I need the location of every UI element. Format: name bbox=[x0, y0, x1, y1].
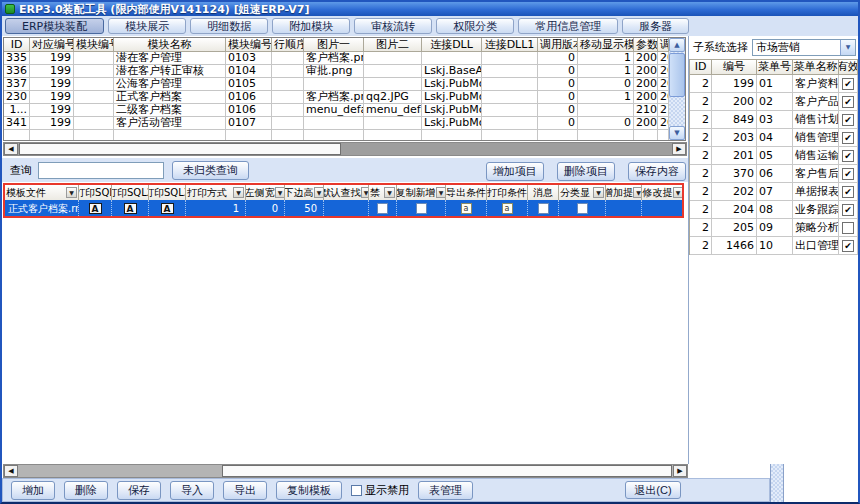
subsystem-dropdown[interactable]: 市场营销 ▼ bbox=[752, 39, 856, 56]
table-row[interactable] bbox=[4, 130, 685, 141]
tab-4[interactable]: 审核流转 bbox=[354, 18, 432, 34]
checkbox[interactable]: ✔ bbox=[842, 204, 854, 216]
condition-icon[interactable]: a bbox=[502, 203, 513, 214]
table-cell: 337 bbox=[4, 78, 30, 91]
table-row[interactable]: 220207单据报表✔ bbox=[690, 183, 858, 201]
column-header: 复制新增▼ bbox=[397, 185, 446, 200]
tab-7[interactable]: 服务器 bbox=[622, 18, 689, 34]
tab-6[interactable]: 常用信息管理 bbox=[518, 18, 618, 34]
table-row[interactable]: 230199正式客户档案0106客户档案.pngqq2.JPGLskj.PubM… bbox=[4, 91, 685, 104]
tab-2[interactable]: 明细数据 bbox=[190, 18, 268, 34]
checkbox[interactable]: ✔ bbox=[842, 150, 854, 162]
export-button[interactable]: 导出 bbox=[223, 481, 267, 500]
table-cell bbox=[397, 200, 446, 216]
table-cell bbox=[482, 78, 538, 91]
unclassified-query-button[interactable]: 未归类查询 bbox=[172, 161, 249, 180]
right-vscrollbar-track[interactable] bbox=[770, 464, 784, 502]
table-row[interactable]: 220304销售管理✔ bbox=[690, 129, 858, 147]
table-cell: A bbox=[112, 200, 149, 216]
table-cell bbox=[74, 52, 114, 65]
delete-item-button[interactable]: 删除项目 bbox=[557, 162, 615, 181]
tab-1[interactable]: 模块展示 bbox=[108, 18, 186, 34]
show-disabled-checkbox[interactable] bbox=[351, 485, 362, 496]
dropdown-arrow-icon[interactable]: ▼ bbox=[384, 187, 395, 198]
checkbox[interactable]: ✔ bbox=[842, 240, 854, 252]
table-cell: 2 bbox=[690, 237, 712, 255]
tab-5[interactable]: 权限分类 bbox=[436, 18, 514, 34]
hscroll-thumb[interactable] bbox=[222, 465, 672, 477]
checkbox[interactable]: ✔ bbox=[842, 114, 854, 126]
bottom-hscrollbar[interactable]: ◀ ▶ bbox=[3, 464, 688, 478]
table-row-selected[interactable]: 正式客户档案.rmfAAA1050aa bbox=[5, 200, 682, 216]
module-table-vscrollbar[interactable]: ▲▼ bbox=[669, 38, 685, 140]
dropdown-arrow-icon[interactable]: ▼ bbox=[361, 187, 370, 198]
table-row[interactable]: 341199客户活动管理0107Lskj.PubModu...00200...2… bbox=[4, 117, 685, 130]
add-item-button[interactable]: 增加项目 bbox=[486, 162, 544, 181]
checkbox[interactable]: ✔ bbox=[842, 186, 854, 198]
table-cell: 05 bbox=[757, 147, 793, 165]
tab-0[interactable]: ERP模块装配 bbox=[5, 18, 104, 34]
dropdown-arrow-icon[interactable]: ▼ bbox=[633, 187, 642, 198]
save-button[interactable]: 保存 bbox=[117, 481, 161, 500]
scroll-left-icon[interactable]: ◀ bbox=[4, 465, 18, 477]
table-manage-button[interactable]: 表管理 bbox=[418, 481, 473, 500]
table-row[interactable]: 284903销售计划✔ bbox=[690, 111, 858, 129]
scroll-right-icon[interactable]: ▶ bbox=[672, 143, 686, 155]
table-cell: 潜在客户转正审核 bbox=[114, 65, 226, 78]
condition-icon[interactable]: a bbox=[461, 203, 472, 214]
table-row[interactable]: 220509策略分析 bbox=[690, 219, 858, 237]
print-sql-icon[interactable]: A bbox=[124, 203, 137, 214]
scroll-up-icon[interactable]: ▲ bbox=[669, 38, 685, 52]
add-button[interactable]: 增加 bbox=[11, 481, 55, 500]
show-disabled-label: 显示禁用 bbox=[365, 483, 409, 498]
dropdown-arrow-icon[interactable]: ▼ bbox=[436, 187, 447, 198]
checkbox[interactable]: ✔ bbox=[842, 132, 854, 144]
dropdown-arrow-icon[interactable]: ▼ bbox=[593, 187, 604, 198]
print-sql-icon[interactable]: A bbox=[161, 203, 174, 214]
module-table-hscrollbar[interactable]: ◀ ▶ bbox=[3, 142, 687, 156]
scroll-left-icon[interactable]: ◀ bbox=[4, 143, 18, 155]
app-logo-icon bbox=[5, 4, 15, 14]
dropdown-arrow-icon[interactable]: ▼ bbox=[233, 187, 244, 198]
table-cell bbox=[578, 130, 634, 141]
exit-button[interactable]: 退出(C) bbox=[625, 481, 681, 499]
checkbox[interactable] bbox=[577, 203, 588, 214]
table-row[interactable]: 335199潜在客户管理0103客户档案.png01200...20 bbox=[4, 52, 685, 65]
hscroll-thumb[interactable] bbox=[19, 143, 341, 155]
table-row[interactable]: 220105销售运输✔ bbox=[690, 147, 858, 165]
dropdown-arrow-icon[interactable]: ▼ bbox=[673, 187, 684, 198]
scroll-down-icon[interactable]: ▼ bbox=[669, 126, 685, 140]
import-button[interactable]: 导入 bbox=[170, 481, 214, 500]
table-row[interactable]: 220408业务跟踪✔ bbox=[690, 201, 858, 219]
dropdown-arrow-icon[interactable]: ▼ bbox=[314, 187, 325, 198]
copy-template-button[interactable]: 复制模板 bbox=[276, 481, 342, 500]
table-row[interactable]: 237006客户售后✔ bbox=[690, 165, 858, 183]
tab-3[interactable]: 附加模块 bbox=[272, 18, 350, 34]
dropdown-arrow-icon[interactable]: ▼ bbox=[275, 187, 286, 198]
table-cell bbox=[30, 130, 74, 141]
table-cell bbox=[364, 130, 422, 141]
delete-button[interactable]: 删除 bbox=[64, 481, 108, 500]
table-row[interactable]: 219901客户资料✔ bbox=[690, 75, 858, 93]
query-input[interactable] bbox=[38, 162, 164, 179]
dropdown-arrow-icon[interactable]: ▼ bbox=[66, 187, 77, 198]
table-row[interactable]: 336199潜在客户转正审核0104审批.pngLskj.BaseAcc...0… bbox=[4, 65, 685, 78]
checkbox[interactable] bbox=[416, 203, 427, 214]
table-row[interactable]: 1...199二级客户档案0106menu_default...menu_def… bbox=[4, 104, 685, 117]
checkbox[interactable] bbox=[538, 203, 549, 214]
table-row[interactable]: 2146610出口管理✔ bbox=[690, 237, 858, 255]
show-disabled-option: 显示禁用 bbox=[351, 483, 409, 498]
table-row[interactable]: 220002客户产品✔ bbox=[690, 93, 858, 111]
table-row[interactable]: 337199公海客户管理0105Lskj.PubModu...00200...2… bbox=[4, 78, 685, 91]
vscroll-thumb[interactable] bbox=[669, 53, 685, 97]
checkbox[interactable]: ✔ bbox=[842, 96, 854, 108]
scroll-right-icon[interactable]: ▶ bbox=[673, 465, 687, 477]
save-content-button[interactable]: 保存内容 bbox=[628, 162, 686, 181]
table-cell: 370 bbox=[712, 165, 757, 183]
checkbox[interactable] bbox=[377, 203, 388, 214]
checkbox[interactable]: ✔ bbox=[842, 168, 854, 180]
checkbox[interactable]: ✔ bbox=[842, 78, 854, 90]
print-sql-icon[interactable]: A bbox=[89, 203, 102, 214]
checkbox[interactable] bbox=[842, 222, 854, 234]
chevron-down-icon[interactable]: ▼ bbox=[840, 40, 855, 55]
